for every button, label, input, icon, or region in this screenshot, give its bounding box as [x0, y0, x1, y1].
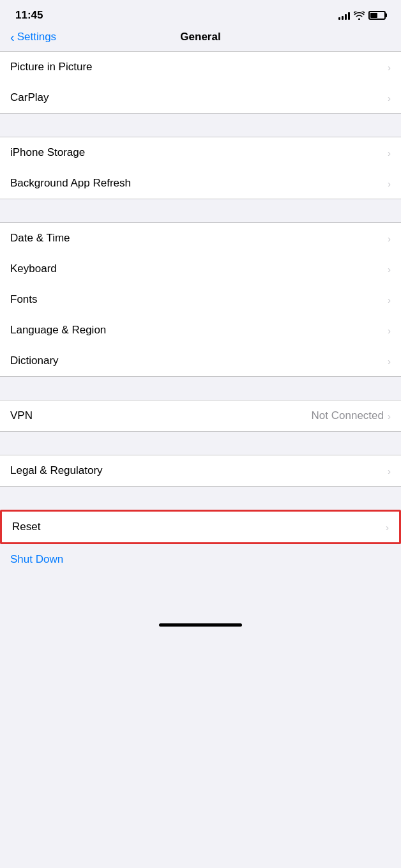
- list-item-date-time[interactable]: Date & Time ›: [0, 223, 401, 254]
- reset-right: ›: [386, 522, 389, 533]
- list-group-locale: Date & Time › Keyboard › Fonts › Languag…: [0, 222, 401, 377]
- keyboard-label: Keyboard: [10, 263, 57, 275]
- list-group-pip-carplay: Picture in Picture › CarPlay ›: [0, 51, 401, 114]
- home-indicator-area: [0, 613, 401, 633]
- language-region-label: Language & Region: [10, 324, 106, 337]
- list-item-vpn[interactable]: VPN Not Connected ›: [0, 400, 401, 431]
- chevron-right-icon: ›: [388, 264, 391, 275]
- list-group-vpn: VPN Not Connected ›: [0, 400, 401, 432]
- section-legal: Legal & Regulatory ›: [0, 455, 401, 487]
- list-item-background-app-refresh[interactable]: Background App Refresh ›: [0, 168, 401, 199]
- page-title: General: [180, 31, 220, 43]
- list-item-fonts[interactable]: Fonts ›: [0, 284, 401, 315]
- picture-in-picture-label: Picture in Picture: [10, 61, 93, 73]
- section-gap-5: [0, 487, 401, 510]
- chevron-right-icon: ›: [388, 466, 391, 476]
- nav-header: ‹ Settings General: [0, 27, 401, 51]
- vpn-label: VPN: [10, 409, 33, 422]
- back-button[interactable]: ‹ Settings: [10, 31, 56, 43]
- status-time: 11:45: [15, 9, 43, 22]
- chevron-right-icon: ›: [388, 233, 391, 244]
- list-group-legal: Legal & Regulatory ›: [0, 455, 401, 487]
- list-item-reset[interactable]: Reset ›: [2, 512, 399, 542]
- status-bar: 11:45: [0, 0, 401, 27]
- legal-regulatory-right: ›: [388, 466, 391, 476]
- date-time-right: ›: [388, 233, 391, 244]
- chevron-right-icon: ›: [388, 148, 391, 158]
- chevron-right-icon: ›: [388, 356, 391, 367]
- bottom-space: [0, 575, 401, 613]
- section-locale: Date & Time › Keyboard › Fonts › Languag…: [0, 222, 401, 377]
- signal-icon: [338, 11, 350, 20]
- fonts-right: ›: [388, 294, 391, 305]
- background-app-refresh-label: Background App Refresh: [10, 177, 131, 190]
- section-gap-1: [0, 114, 401, 137]
- reset-label: Reset: [12, 521, 40, 533]
- list-item-iphone-storage[interactable]: iPhone Storage ›: [0, 137, 401, 168]
- battery-icon: [368, 11, 386, 20]
- status-icons: [338, 11, 386, 20]
- wifi-icon: [354, 11, 365, 20]
- section-gap-3: [0, 377, 401, 400]
- vpn-right: Not Connected ›: [312, 409, 391, 422]
- section-pip-carplay: Picture in Picture › CarPlay ›: [0, 51, 401, 114]
- section-gap-2: [0, 199, 401, 222]
- list-item-keyboard[interactable]: Keyboard ›: [0, 254, 401, 284]
- background-app-refresh-right: ›: [388, 178, 391, 189]
- chevron-right-icon: ›: [386, 522, 389, 533]
- chevron-right-icon: ›: [388, 325, 391, 336]
- carplay-right: ›: [388, 93, 391, 103]
- back-chevron-icon: ‹: [10, 31, 15, 43]
- language-region-right: ›: [388, 325, 391, 336]
- iphone-storage-label: iPhone Storage: [10, 146, 85, 159]
- chevron-right-icon: ›: [388, 411, 391, 422]
- shutdown-row: Shut Down: [0, 544, 401, 575]
- legal-regulatory-label: Legal & Regulatory: [10, 464, 103, 477]
- shutdown-button[interactable]: Shut Down: [10, 553, 63, 565]
- list-group-storage: iPhone Storage › Background App Refresh …: [0, 137, 401, 199]
- list-item-legal-regulatory[interactable]: Legal & Regulatory ›: [0, 455, 401, 486]
- picture-in-picture-right: ›: [388, 62, 391, 73]
- back-label: Settings: [17, 31, 56, 43]
- home-bar: [159, 623, 242, 627]
- dictionary-right: ›: [388, 356, 391, 367]
- chevron-right-icon: ›: [388, 178, 391, 189]
- chevron-right-icon: ›: [388, 93, 391, 103]
- list-item-dictionary[interactable]: Dictionary ›: [0, 346, 401, 376]
- section-vpn: VPN Not Connected ›: [0, 400, 401, 432]
- dictionary-label: Dictionary: [10, 354, 59, 367]
- list-item-picture-in-picture[interactable]: Picture in Picture ›: [0, 52, 401, 82]
- list-item-language-region[interactable]: Language & Region ›: [0, 315, 401, 346]
- carplay-label: CarPlay: [10, 91, 49, 104]
- section-storage: iPhone Storage › Background App Refresh …: [0, 137, 401, 199]
- section-reset: Reset ›: [0, 510, 401, 544]
- section-gap-4: [0, 432, 401, 455]
- date-time-label: Date & Time: [10, 232, 70, 245]
- fonts-label: Fonts: [10, 293, 38, 306]
- list-item-carplay[interactable]: CarPlay ›: [0, 82, 401, 113]
- iphone-storage-right: ›: [388, 148, 391, 158]
- chevron-right-icon: ›: [388, 294, 391, 305]
- keyboard-right: ›: [388, 264, 391, 275]
- chevron-right-icon: ›: [388, 62, 391, 73]
- vpn-value: Not Connected: [312, 409, 384, 422]
- list-group-reset: Reset ›: [0, 510, 401, 544]
